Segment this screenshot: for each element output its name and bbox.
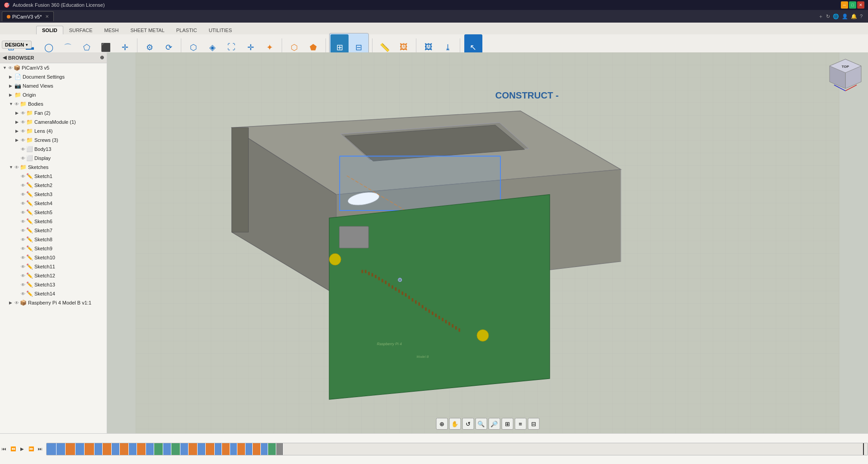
design-mode[interactable]: DESIGN ▼ (2, 41, 32, 49)
tl-op12[interactable] (253, 443, 261, 455)
tree-item-root[interactable]: ▼👁📦PiCamV3 v5 (0, 63, 107, 72)
eye-sketch6[interactable]: 👁 (21, 219, 25, 224)
eye-sketch13[interactable]: 👁 (21, 282, 25, 287)
tl-sketch13[interactable] (245, 443, 253, 455)
tl-sketch3[interactable] (75, 443, 85, 455)
eye-fan[interactable]: 👁 (21, 111, 25, 116)
viewcube[interactable]: TOP (827, 57, 863, 93)
eye-body13[interactable]: 👁 (21, 147, 25, 152)
tl-op1[interactable] (66, 443, 75, 455)
tree-item-sketch9[interactable]: 👁✏️Sketch9 (0, 244, 107, 253)
tab-utilities[interactable]: UTILITIES (203, 26, 238, 34)
tl-comp1[interactable] (268, 443, 276, 455)
tl-sketch14[interactable] (261, 443, 268, 455)
tree-item-raspberry-pi[interactable]: ▶👁📦Raspberry Pi 4 Model B v1:1 (0, 298, 107, 307)
tl-sketch6[interactable] (129, 443, 137, 455)
eye-camera-module[interactable]: 👁 (21, 120, 25, 125)
eye-sketch7[interactable]: 👁 (21, 228, 25, 233)
sync-icon[interactable]: ↻ (826, 14, 830, 19)
tree-item-sketch3[interactable]: 👁✏️Sketch3 (0, 190, 107, 199)
timeline-prev-button[interactable]: ⏪ (9, 445, 17, 453)
tl-sketch11[interactable] (215, 443, 222, 455)
pan-button[interactable]: ✋ (449, 418, 461, 430)
tree-item-sketch2[interactable]: 👁✏️Sketch2 (0, 181, 107, 190)
eye-raspberry-pi[interactable]: 👁 (14, 300, 19, 305)
help-icon[interactable]: ? (860, 14, 863, 19)
minimize-button[interactable]: ─ (841, 1, 848, 9)
close-button[interactable]: ✕ (857, 1, 864, 9)
tl-op9[interactable] (206, 443, 215, 455)
tab-sheet-metal[interactable]: SHEET METAL (124, 26, 170, 34)
tree-item-sketch14[interactable]: 👁✏️Sketch14 (0, 289, 107, 298)
browser-content[interactable]: ▼👁📦PiCamV3 v5▶📄Document Settings▶📷Named … (0, 63, 107, 433)
timeline-play-button[interactable]: ▶ (18, 445, 26, 453)
bell-icon[interactable]: 🔔 (851, 14, 857, 19)
eye-lens[interactable]: 👁 (21, 129, 25, 134)
grid-settings-button[interactable]: ⊟ (528, 418, 539, 430)
eye-sketch14[interactable]: 👁 (21, 291, 25, 296)
tree-item-screws[interactable]: ▶👁📁Screws (3) (0, 136, 107, 145)
tab-picam[interactable]: PiCamV3 v5* ✕ (2, 11, 54, 21)
tab-mesh[interactable]: MESH (99, 26, 125, 34)
timeline-start-button[interactable]: ⏮ (0, 445, 8, 453)
tl-op3[interactable] (103, 443, 112, 455)
account-icon[interactable]: 👤 (842, 14, 848, 19)
tab-close-button[interactable]: ✕ (45, 14, 49, 19)
eye-sketch4[interactable]: 👁 (21, 201, 25, 206)
tree-item-sketches[interactable]: ▼👁📁Sketches (0, 163, 107, 172)
tree-item-named-views[interactable]: ▶📷Named Views (0, 81, 107, 90)
zoom-in-button[interactable]: 🔍 (475, 418, 487, 430)
tree-item-bodies[interactable]: ▼👁📁Bodies (0, 99, 107, 108)
timeline-track[interactable] (46, 443, 868, 455)
orbit-button[interactable]: ⊕ (436, 418, 448, 430)
tree-item-camera-module[interactable]: ▶👁📁CameraModule (1) (0, 117, 107, 127)
maximize-button[interactable]: □ (849, 1, 856, 9)
tree-item-sketch11[interactable]: 👁✏️Sketch11 (0, 262, 107, 271)
viewport[interactable]: Raspberry Pi 4 Model B CONSTRUCT - TOP ⊕… (107, 52, 868, 433)
browser-add-icon[interactable]: ⊕ (100, 55, 104, 61)
tl-sketch8[interactable] (163, 443, 171, 455)
eye-sketch2[interactable]: 👁 (21, 183, 25, 188)
eye-sketch8[interactable]: 👁 (21, 237, 25, 242)
tl-op2[interactable] (85, 443, 94, 455)
eye-screws[interactable]: 👁 (21, 138, 25, 143)
tl-op7[interactable] (171, 443, 180, 455)
tl-sketch5[interactable] (112, 443, 120, 455)
eye-bodies[interactable]: 👁 (14, 102, 19, 107)
zoom-out-button[interactable]: 🔎 (488, 418, 500, 430)
tl-sketch10[interactable] (198, 443, 206, 455)
tab-solid[interactable]: SOLID (36, 26, 63, 34)
tree-item-display[interactable]: 👁⬜Display (0, 154, 107, 163)
timeline-next-button[interactable]: ⏩ (27, 445, 35, 453)
eye-sketch1[interactable]: 👁 (21, 174, 25, 179)
tl-sketch1[interactable] (47, 443, 57, 455)
tl-op5[interactable] (137, 443, 146, 455)
tree-item-sketch12[interactable]: 👁✏️Sketch12 (0, 271, 107, 280)
eye-sketches[interactable]: 👁 (14, 165, 19, 170)
tree-item-sketch1[interactable]: 👁✏️Sketch1 (0, 172, 107, 181)
tl-op8[interactable] (189, 443, 198, 455)
eye-sketch3[interactable]: 👁 (21, 192, 25, 197)
tl-sketch7[interactable] (146, 443, 154, 455)
tree-item-origin[interactable]: ▶📁Origin (0, 90, 107, 99)
zoom-orbit-button[interactable]: ↺ (462, 418, 474, 430)
fit-button[interactable]: ⊞ (501, 418, 513, 430)
globe-icon[interactable]: 🌐 (833, 14, 839, 19)
tree-item-fan[interactable]: ▶👁📁Fan (2) (0, 108, 107, 117)
eye-display[interactable]: 👁 (21, 156, 25, 161)
eye-root[interactable]: 👁 (8, 66, 13, 70)
tree-item-sketch8[interactable]: 👁✏️Sketch8 (0, 235, 107, 244)
tree-item-doc-settings[interactable]: ▶📄Document Settings (0, 72, 107, 81)
plus-icon[interactable]: ＋ (818, 13, 823, 20)
timeline-end-button[interactable]: ⏭ (36, 445, 44, 453)
eye-sketch11[interactable]: 👁 (21, 264, 25, 269)
tab-surface[interactable]: SURFACE (63, 26, 99, 34)
tree-item-sketch7[interactable]: 👁✏️Sketch7 (0, 226, 107, 235)
tl-sketch2[interactable] (57, 443, 66, 455)
tl-op4[interactable] (120, 443, 129, 455)
tl-sketch4[interactable] (94, 443, 103, 455)
browser-collapse-icon[interactable]: ◀ (3, 55, 6, 61)
tree-item-lens[interactable]: ▶👁📁Lens (4) (0, 127, 107, 136)
tl-sketch12[interactable] (230, 443, 237, 455)
tl-sketch9[interactable] (180, 443, 189, 455)
